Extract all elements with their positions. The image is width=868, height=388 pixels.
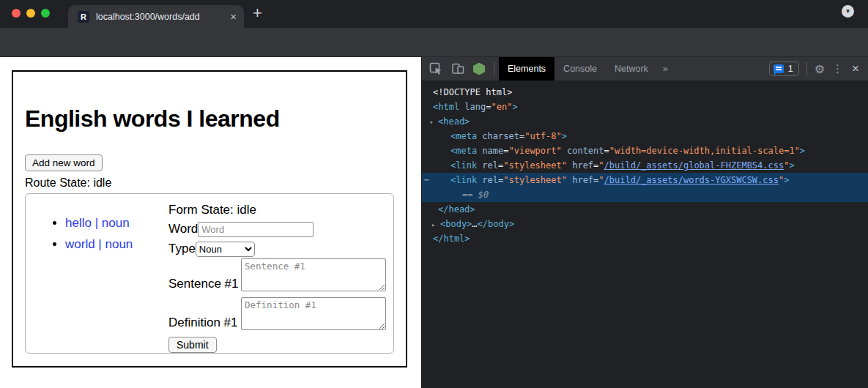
more-tabs-button[interactable]: » [657,57,674,81]
tab-title: localhost:3000/words/add [96,12,226,22]
definition-label: Definition #1 [168,316,238,330]
devtools-panel: ElementsConsoleNetwork » 1 ⚙ ⋮ × <!DOCTY… [421,57,868,388]
word-link[interactable]: world | noun [65,237,133,251]
devtools-close-icon[interactable]: × [852,61,859,76]
page-title: English words I learned [25,105,394,133]
word-list-item: hello | noun [65,216,168,231]
code-token: > [784,175,789,185]
word-list-item: world | noun [65,237,168,252]
devtools-menu-icon[interactable]: ⋮ [832,62,843,75]
code-token: <!DOCTYPE html> [433,87,512,97]
devtools-code-line[interactable]: <meta charset="utf-8"> [422,129,868,143]
code-token: href [567,175,593,185]
remix-favicon-icon: R [78,11,89,23]
devtools-code-line[interactable]: ▸<body>…</body> [422,217,868,231]
code-token: <meta [450,146,477,156]
code-token: <head> [438,116,470,127]
code-token: href [567,160,593,171]
minimize-window-button[interactable] [26,9,35,18]
word-list-column: hello | nounworld | noun [33,201,168,346]
word-list: hello | nounworld | noun [33,216,168,252]
code-token: <meta [450,131,477,141]
browser-toolbar: ← → localhost:3000/words/add ☆ Incognito… [0,28,868,57]
code-token: charset [477,131,519,141]
close-window-button[interactable] [12,9,21,18]
code-token: /build/_assets/global-FHZEMBS4.css [604,160,784,171]
code-token: > [800,146,805,156]
form-state-text: Form State: idle [168,203,386,217]
toolbar-separator [806,62,807,75]
code-token: "en" [491,102,512,112]
word-link[interactable]: hello | noun [65,216,130,230]
devtools-tab-console[interactable]: Console [554,57,606,81]
sentence-textarea[interactable] [241,258,386,291]
code-token: > [562,131,567,141]
expander-open-icon[interactable]: ▾ [429,115,438,130]
devtools-tabbar: ElementsConsoleNetwork [499,57,657,81]
devtools-code-line[interactable]: == $0 [422,187,868,202]
add-word-form: Form State: idle Word Type Noun Sentence… [168,201,386,346]
inspect-element-icon[interactable] [429,62,442,75]
code-token: <html [433,102,459,112]
line-options-icon[interactable]: ⋯ [424,173,430,187]
definition-textarea[interactable] [241,297,386,330]
devtools-code-line[interactable]: </html> [422,231,868,246]
elements-tree: <!DOCTYPE html><html lang="en">▾<head><m… [422,81,868,388]
code-token: <link [450,175,477,185]
code-token: </head> [438,204,475,214]
browser-tab[interactable]: R localhost:3000/words/add × [68,5,244,28]
add-new-word-button[interactable]: Add new word [25,154,103,171]
issues-count: 1 [788,64,793,74]
type-select[interactable]: Noun [196,242,255,257]
page-container: English words I learned Add new word Rou… [12,70,407,368]
code-token: "utf-8" [524,131,562,141]
device-toolbar-icon[interactable] [451,62,464,75]
code-token: " [598,175,604,185]
devtools-code-line[interactable]: <html lang="en"> [422,100,868,114]
type-label: Type [168,242,196,256]
devtools-code-line[interactable]: ⋯<link rel="stylesheet" href="/build/_as… [422,173,868,187]
code-token: lang [459,102,486,112]
words-form-panel: hello | nounworld | noun Form State: idl… [25,193,394,354]
devtools-toolbar: ElementsConsoleNetwork » 1 ⚙ ⋮ × [422,57,868,81]
new-tab-button[interactable]: + [253,4,262,23]
code-token: = [604,146,609,156]
devtools-code-line[interactable]: </head> [422,202,868,217]
node-devtools-icon[interactable] [473,63,485,75]
issues-button[interactable]: 1 [769,61,799,76]
tab-search-button[interactable]: ▾ [842,5,854,18]
code-token: > [512,102,517,112]
code-token: </html> [433,234,470,244]
code-token: </body> [478,219,515,229]
maximize-window-button[interactable] [41,9,50,18]
code-token: > [789,160,794,171]
code-token: rel [477,175,498,185]
code-token: == $0 [462,190,489,200]
expander-closed-icon[interactable]: ▸ [431,217,440,232]
issues-icon [774,64,784,73]
code-token: <link [450,160,477,171]
code-token: " [598,160,604,171]
devtools-tab-network[interactable]: Network [606,57,657,81]
code-token: "stylesheet" [503,175,567,185]
code-token: <body> [440,219,472,229]
devtools-code-line[interactable]: <!DOCTYPE html> [422,85,868,100]
tab-close-icon[interactable]: × [230,10,237,23]
word-input[interactable] [198,222,314,237]
devtools-tab-elements[interactable]: Elements [499,57,554,81]
devtools-code-line[interactable]: <link rel="stylesheet" href="/build/_ass… [422,158,868,173]
word-label: Word [168,222,198,236]
sentence-label: Sentence #1 [168,277,238,291]
code-token: "stylesheet" [503,160,567,171]
submit-button[interactable]: Submit [168,337,217,353]
devtools-code-line[interactable]: ▾<head> [422,114,868,129]
route-state-text: Route State: idle [25,176,394,190]
code-token: "width=device-width,initial-scale=1" [609,146,800,156]
settings-gear-icon[interactable]: ⚙ [815,62,825,76]
toolbar-separator [494,62,494,75]
devtools-code-line[interactable]: <meta name="viewport" content="width=dev… [422,143,868,158]
code-token: rel [477,160,498,171]
code-token: "viewport" [508,146,561,156]
browser-window: R localhost:3000/words/add × + ▾ ← → loc… [0,0,868,388]
tab-strip: R localhost:3000/words/add × + ▾ [0,0,868,28]
